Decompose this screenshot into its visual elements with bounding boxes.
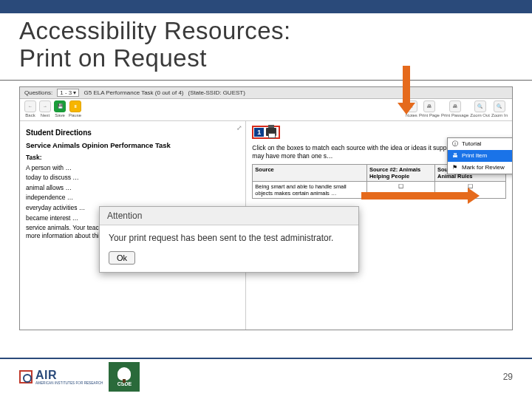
task-label: Task: <box>26 154 42 161</box>
toolbar: ←Back →Next 💾Save ⏸Pause ✎Notes 🖶Print P… <box>20 99 512 121</box>
air-logo-icon <box>19 370 33 383</box>
menu-print-item[interactable]: 🖶Print Item <box>448 150 513 162</box>
print-passage-button[interactable]: 🖶Print Passage <box>441 100 468 117</box>
menu-mark-review[interactable]: ⚑Mark for Review <box>448 162 513 174</box>
attention-dialog: Attention Your print request has been se… <box>99 206 359 273</box>
col-header: Source <box>253 165 367 182</box>
task-title: Service Animals Opinion Performance Task <box>26 141 239 149</box>
task-name: G5 ELA Performance Task (0 out of 4) <box>83 89 183 96</box>
print-icon: 🖶 <box>423 100 435 112</box>
print-icon: 🖶 <box>449 100 461 112</box>
printer-icon[interactable] <box>266 128 276 136</box>
zoom-out-icon: 🔍 <box>474 100 486 112</box>
air-logo: AIR AMERICAN INSTITUTES FOR RESEARCH <box>19 369 103 385</box>
print-icon: 🖶 <box>451 152 459 160</box>
title-line-2: Print on Request <box>19 44 207 72</box>
info-icon: ⓘ <box>451 140 459 148</box>
csde-logo: CSDE <box>109 362 140 392</box>
zoom-out-button[interactable]: 🔍Zoom Out <box>470 100 490 117</box>
callout-arrow-right <box>361 188 480 204</box>
state-ssid: (State-SSID: GUEST) <box>188 89 245 96</box>
arrow-left-icon: ← <box>24 100 36 112</box>
embedded-screenshot: Questions: 1 - 3 ▾ G5 ELA Performance Ta… <box>19 86 513 330</box>
menu-tutorial[interactable]: ⓘTutorial <box>448 138 513 150</box>
page-number: 29 <box>503 372 513 382</box>
title-line-1: Accessibility Resources: <box>19 17 291 44</box>
save-icon: 💾 <box>54 100 66 112</box>
tree-icon <box>117 367 131 381</box>
passage-text: animal allows … <box>26 184 239 192</box>
student-directions-heading: Student Directions <box>26 129 239 137</box>
slide-title: Accessibility Resources: Print on Reques… <box>0 13 532 77</box>
callout-arrow-down <box>398 66 415 117</box>
dialog-title: Attention <box>100 207 358 225</box>
dialog-message: Your print request has been sent to the … <box>100 225 358 250</box>
logo-row: AIR AMERICAN INSTITUTES FOR RESEARCH CSD… <box>19 362 140 392</box>
footer: AIR AMERICAN INSTITUTES FOR RESEARCH CSD… <box>0 358 532 399</box>
passage-text: today to discuss … <box>26 174 239 182</box>
air-logo-tagline: AMERICAN INSTITUTES FOR RESEARCH <box>35 381 103 385</box>
air-logo-text: AIR <box>35 369 103 381</box>
back-button[interactable]: ←Back <box>24 100 36 117</box>
question-number-highlight: 1 <box>252 126 280 139</box>
top-color-bar <box>0 0 532 13</box>
ok-button[interactable]: Ok <box>109 251 135 265</box>
pause-icon: ⏸ <box>69 100 81 112</box>
question-range-dropdown[interactable]: 1 - 3 ▾ <box>57 89 79 97</box>
pause-button[interactable]: ⏸Pause <box>69 100 81 117</box>
questions-label: Questions: <box>24 89 52 96</box>
save-button[interactable]: 💾Save <box>54 100 66 117</box>
question-bar: Questions: 1 - 3 ▾ G5 ELA Performance Ta… <box>20 87 512 99</box>
slide: Accessibility Resources: Print on Reques… <box>0 0 532 399</box>
passage-text: independence … <box>26 194 239 202</box>
row-label: Being smart and able to handle small obj… <box>253 182 367 199</box>
arrow-right-icon: → <box>39 100 51 112</box>
question-number: 1 <box>254 128 264 137</box>
passage-text: A person with … <box>26 164 239 172</box>
zoom-in-button[interactable]: 🔍Zoom In <box>491 100 508 117</box>
expand-icon[interactable]: ⤢ <box>236 124 242 132</box>
print-page-button[interactable]: 🖶Print Page <box>419 100 440 117</box>
title-rule <box>0 80 532 81</box>
next-button[interactable]: →Next <box>39 100 51 117</box>
zoom-in-icon: 🔍 <box>494 100 505 112</box>
context-menu: ⓘTutorial 🖶Print Item ⚑Mark for Review <box>447 137 513 174</box>
flag-icon: ⚑ <box>451 164 459 171</box>
col-header: Source #2: Animals Helping People <box>366 165 434 182</box>
